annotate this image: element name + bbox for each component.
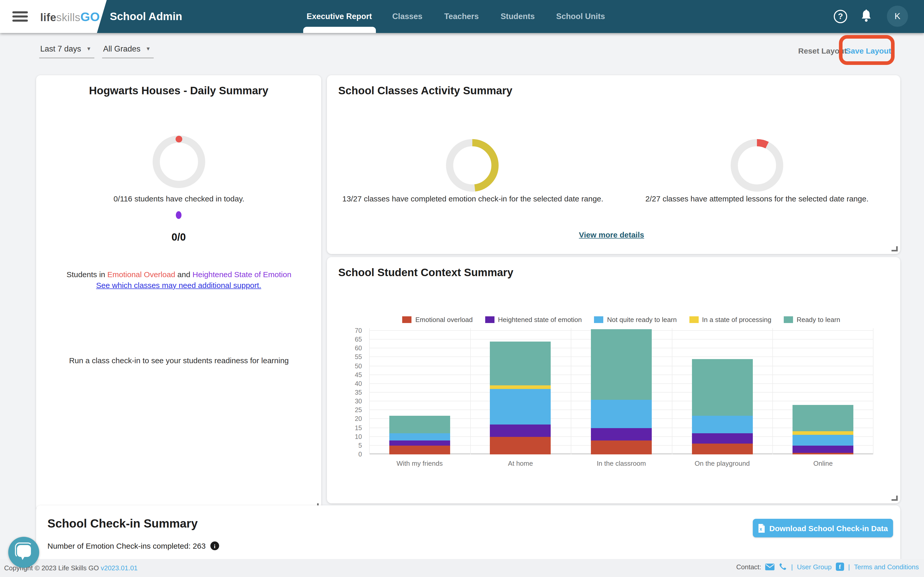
legend-item: Ready to learn xyxy=(784,316,840,324)
lifeskills-go-logo[interactable]: lifeskillsGO xyxy=(40,10,100,24)
hamburger-menu-icon[interactable] xyxy=(12,11,28,22)
daily-summary-card: Hogwarts Houses - Daily Summary 0/116 st… xyxy=(36,75,321,511)
notifications-bell-icon[interactable] xyxy=(860,9,872,23)
facebook-icon[interactable]: f xyxy=(836,562,844,571)
logo-life: life xyxy=(40,11,56,23)
tab-classes[interactable]: Classes xyxy=(392,12,422,21)
separator: | xyxy=(848,563,850,571)
chart-x-axis: With my friendsAt homeIn the classroomOn… xyxy=(369,459,874,470)
chart-legend: Emotional overloadHeightened state of em… xyxy=(369,316,874,324)
bar-in-the-classroom xyxy=(591,328,652,455)
tab-students[interactable]: Students xyxy=(501,12,535,21)
chat-bubble-icon xyxy=(17,545,31,557)
user-avatar[interactable]: K xyxy=(887,6,908,27)
students-in-line: Students in Emotional Overload and Heigh… xyxy=(66,270,291,279)
emotion-checkin-donut xyxy=(446,139,499,192)
emotion-checkin-donut-text: 13/27 classes have completed emotion che… xyxy=(342,194,603,203)
email-icon[interactable] xyxy=(766,563,775,570)
checkin-count-text: 0/116 students have checked in today. xyxy=(113,194,244,203)
separator: | xyxy=(791,563,793,571)
date-range-value: Last 7 days xyxy=(40,44,81,53)
bar-with-my-friends xyxy=(389,328,450,455)
terms-link[interactable]: Terms and Conditions xyxy=(854,563,919,571)
legend-item: Not quite ready to learn xyxy=(594,316,677,324)
legend-item: Emotional overload xyxy=(402,316,473,324)
chevron-down-icon: ▼ xyxy=(86,46,92,52)
tab-school-units[interactable]: School Units xyxy=(556,12,605,21)
help-icon[interactable]: ? xyxy=(834,10,847,23)
info-icon[interactable]: i xyxy=(210,542,219,550)
checkin-summary-title: School Check-in Summary xyxy=(47,517,198,530)
excel-file-icon: x xyxy=(758,524,765,532)
daily-summary-title: Hogwarts Houses - Daily Summary xyxy=(36,84,321,97)
lessons-attempted-donut-text: 2/27 classes have attempted lessons for … xyxy=(645,194,869,203)
checkin-count-text: Number of Emotion Check-ins completed: 2… xyxy=(47,542,206,550)
tab-executive-report[interactable]: Executive Report xyxy=(307,12,372,21)
donut-track xyxy=(734,143,780,188)
top-nav-bar: lifeskillsGO School Admin Executive Repo… xyxy=(0,0,924,33)
tab-teachers[interactable]: Teachers xyxy=(444,12,479,21)
classes-activity-title: School Classes Activity Summary xyxy=(338,84,512,97)
run-checkin-hint: Run a class check-in to see your student… xyxy=(69,356,289,365)
lessons-attempted-donut xyxy=(730,139,784,192)
grade-filter[interactable]: All Grades▼ xyxy=(102,44,154,58)
heightened-state-label: Heightened State of Emotion xyxy=(192,270,292,279)
logo-skills: skills xyxy=(56,11,80,23)
date-range-filter[interactable]: Last 7 days▼ xyxy=(39,44,94,58)
save-layout-button[interactable]: Save Layout xyxy=(846,47,891,55)
emotional-overload-label: Emotional Overload xyxy=(107,270,175,279)
stacked-bar-chart xyxy=(369,328,874,455)
student-context-title: School Student Context Summary xyxy=(338,266,513,279)
bar-at-home xyxy=(490,328,551,455)
chart-y-axis: 0510152025303540455055606570 xyxy=(346,328,365,455)
support-link[interactable]: See which classes may need additional su… xyxy=(96,281,261,290)
download-checkin-data-button[interactable]: x Download School Check-in Data xyxy=(753,519,893,537)
logo-go: GO xyxy=(81,10,100,24)
donut-track xyxy=(156,139,202,184)
svg-text:x: x xyxy=(759,526,762,532)
card-resize-handle[interactable] xyxy=(892,246,898,251)
emotion-dot xyxy=(176,211,181,219)
page-title: School Admin xyxy=(110,10,182,23)
download-button-label: Download School Check-in Data xyxy=(769,524,888,532)
legend-item: In a state of processing xyxy=(689,316,771,324)
version-link[interactable]: v2023.01.01 xyxy=(101,564,138,572)
view-more-details-link[interactable]: View more details xyxy=(579,230,644,239)
classes-activity-card: School Classes Activity Summary 13/27 cl… xyxy=(327,75,900,254)
footer-links: Contact: | User Group f | Terms and Cond… xyxy=(736,562,919,571)
chevron-down-icon: ▼ xyxy=(146,46,151,52)
user-group-link[interactable]: User Group xyxy=(797,563,832,571)
bar-online xyxy=(793,328,853,455)
grade-value: All Grades xyxy=(103,44,141,53)
active-tab-indicator xyxy=(303,27,376,33)
chat-widget-button[interactable] xyxy=(8,537,39,568)
card-resize-handle[interactable] xyxy=(892,496,898,501)
legend-item: Heightened state of emotion xyxy=(485,316,582,324)
student-context-card: School Student Context Summary Emotional… xyxy=(327,257,900,503)
ratio-text: 0/0 xyxy=(36,231,321,243)
school-admin-dashboard: lifeskillsGO School Admin Executive Repo… xyxy=(0,0,924,577)
page-footer: Copyright © 2023 Life Skills GO v2023.01… xyxy=(0,559,924,577)
checkin-donut-chart xyxy=(152,135,206,189)
donut-zero-dot xyxy=(176,136,182,142)
checkin-summary-card: School Check-in Summary Number of Emotio… xyxy=(36,505,900,566)
checkin-count-line: Number of Emotion Check-ins completed: 2… xyxy=(47,542,219,550)
bar-on-the-playground xyxy=(692,328,753,455)
phone-icon[interactable] xyxy=(779,562,787,571)
reset-layout-button[interactable]: Reset Layout xyxy=(798,47,846,55)
contact-label: Contact: xyxy=(736,563,761,571)
